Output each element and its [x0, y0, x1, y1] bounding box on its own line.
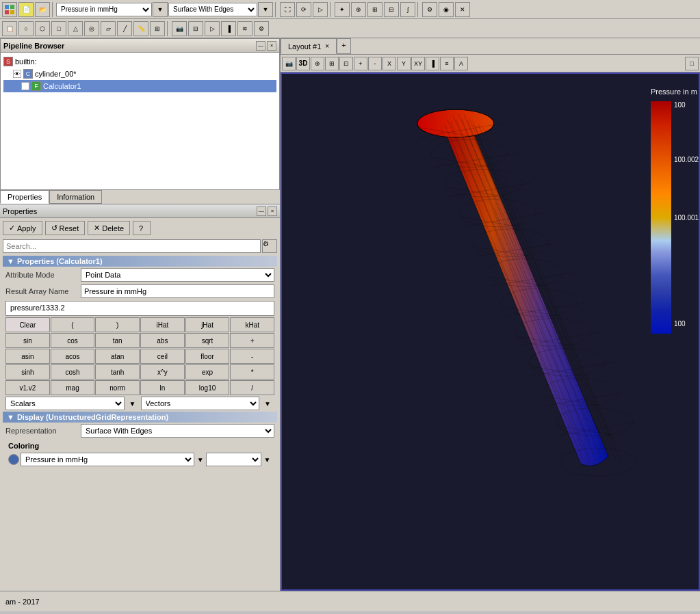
line-btn[interactable]: ╱ — [117, 21, 132, 36]
calc-v1v2[interactable]: v1.v2 — [5, 380, 50, 395]
formula-box[interactable]: pressure/1333.2 — [5, 301, 274, 316]
cylinder-btn[interactable]: ⬡ — [35, 21, 50, 36]
layout-tab-1[interactable]: Layout #1 × — [281, 38, 337, 54]
zoom-in-btn[interactable]: + — [354, 57, 367, 70]
query-btn[interactable]: ⊟ — [384, 2, 399, 17]
calc-minus[interactable]: - — [230, 349, 274, 364]
annotation-btn[interactable]: A — [454, 57, 468, 70]
apply-button[interactable]: ✓ Apply — [3, 221, 42, 235]
colorbar-btn[interactable]: ▐ — [221, 21, 236, 36]
calc-cosh[interactable]: cosh — [51, 364, 95, 379]
calc-close-paren[interactable]: ) — [95, 317, 140, 332]
viewport[interactable]: Pressure in m 100 100.002 100.001 100 — [281, 72, 700, 591]
x-axis-btn[interactable]: X — [383, 57, 396, 70]
help-button[interactable]: ? — [133, 221, 151, 235]
calc-plus[interactable]: + — [230, 333, 274, 348]
calc-ln[interactable]: ln — [140, 380, 185, 395]
overlay-btn[interactable]: ≡ — [440, 57, 454, 70]
coloring-select[interactable]: Pressure in mmHg — [21, 453, 194, 466]
calculator-section-title[interactable]: ▼ Properties (Calculator1) — [3, 256, 277, 267]
macro-btn[interactable]: ⚙ — [254, 21, 269, 36]
layout-tab-add[interactable]: + — [337, 38, 350, 54]
filter-select[interactable]: Pressure in mmHg — [56, 3, 152, 16]
calc-sinh[interactable]: sinh — [5, 364, 50, 379]
calc-abs[interactable]: abs — [140, 333, 185, 348]
panel-close[interactable]: × — [267, 41, 276, 51]
representation-select-inner[interactable]: Surface With Edges — [81, 424, 274, 438]
calc-cos[interactable]: cos — [51, 333, 95, 348]
calc-norm[interactable]: norm — [95, 380, 140, 395]
calc-ceil[interactable]: ceil — [140, 349, 185, 364]
pipeline-btn[interactable]: 📋 — [2, 21, 17, 36]
new-btn[interactable]: 📄 — [18, 2, 34, 17]
camera-btn[interactable]: 📷 — [172, 21, 187, 36]
fullscreen-btn[interactable]: ⛶ — [280, 2, 295, 17]
reset-cam-btn[interactable]: ⟳ — [296, 2, 311, 17]
pick-btn[interactable]: ⊞ — [367, 2, 383, 17]
maximize-view-btn[interactable]: □ — [685, 57, 699, 70]
props-minimize[interactable]: — — [257, 206, 266, 216]
tab-information[interactable]: Information — [49, 190, 102, 204]
attribute-mode-select[interactable]: Point Data — [81, 268, 274, 282]
3d-btn[interactable]: 3D — [296, 57, 310, 70]
calc-sqrt[interactable]: sqrt — [185, 333, 230, 348]
eye-icon-calculator[interactable]: 👁 — [21, 82, 29, 90]
representation-select[interactable]: Surface With Edges — [168, 3, 257, 16]
zoom-out-btn[interactable]: - — [368, 57, 382, 70]
plane-btn[interactable]: ▱ — [101, 21, 116, 36]
select-btn[interactable]: ⊕ — [351, 2, 366, 17]
coloring-array-select[interactable] — [206, 453, 261, 466]
anim-btn[interactable]: ▷ — [205, 21, 220, 36]
calc-floor[interactable]: floor — [185, 349, 230, 364]
dropdown-arrow[interactable]: ▼ — [153, 2, 168, 17]
coloring-view-btn[interactable]: ▐ — [426, 57, 439, 70]
tab-properties[interactable]: Properties — [0, 190, 49, 204]
eye-icon-cylinder[interactable]: 👁 — [13, 70, 21, 78]
cone-btn[interactable]: △ — [68, 21, 83, 36]
props-close[interactable]: × — [268, 206, 277, 216]
calc-tanh[interactable]: tanh — [95, 364, 140, 379]
extract-btn[interactable]: ⊞ — [150, 21, 165, 36]
calc-atan[interactable]: atan — [95, 349, 140, 364]
calc-log10[interactable]: log10 — [185, 380, 230, 395]
calc-ihat[interactable]: iHat — [140, 317, 185, 332]
calc-open-paren[interactable]: ( — [51, 317, 95, 332]
fit-btn[interactable]: ⊡ — [339, 57, 353, 70]
scalars-select[interactable]: Scalars — [5, 397, 125, 410]
sphere-btn[interactable]: ○ — [18, 21, 34, 36]
reset-view-btn[interactable]: ⊞ — [325, 57, 339, 70]
torus-btn[interactable]: ◎ — [84, 21, 99, 36]
settings-btn[interactable]: ⚙ — [422, 2, 437, 17]
open-btn[interactable]: 📂 — [35, 2, 50, 17]
render-btn[interactable]: ◉ — [439, 2, 454, 17]
pipeline-item-builtin[interactable]: S builtin: — [3, 55, 276, 68]
calc-acos[interactable]: acos — [51, 349, 95, 364]
ruler-btn[interactable]: 📏 — [133, 21, 148, 36]
vectors-select[interactable]: Vectors — [141, 397, 260, 410]
calc-sin[interactable]: sin — [5, 333, 50, 348]
result-array-input[interactable] — [81, 284, 274, 298]
layout-tab-close[interactable]: × — [325, 42, 329, 50]
delete-button[interactable]: ✕ Delete — [88, 221, 130, 235]
point-btn[interactable]: ✦ — [335, 2, 350, 17]
search-settings-btn[interactable]: ⚙ — [262, 239, 277, 253]
calc-tan[interactable]: tan — [95, 333, 140, 348]
calc-mag[interactable]: mag — [51, 380, 95, 395]
pipeline-item-calculator[interactable]: 👁 F Calculator1 — [3, 80, 276, 92]
integr-btn[interactable]: ∫ — [400, 2, 415, 17]
reset-button[interactable]: ↺ Reset — [45, 221, 86, 235]
search-input[interactable] — [3, 239, 261, 253]
calc-asin[interactable]: asin — [5, 349, 50, 364]
panel-minimize[interactable]: — — [256, 41, 265, 51]
calc-clear[interactable]: Clear — [5, 317, 50, 332]
calc-khat[interactable]: kHat — [230, 317, 274, 332]
box-btn[interactable]: □ — [51, 21, 66, 36]
calc-exp[interactable]: exp — [185, 364, 230, 379]
calc-jhat[interactable]: jHat — [185, 317, 230, 332]
play-btn[interactable]: ▷ — [313, 2, 328, 17]
calc-xpowy[interactable]: x^y — [140, 364, 185, 379]
close-btn[interactable]: ✕ — [455, 2, 470, 17]
center-btn[interactable]: ⊕ — [311, 57, 324, 70]
xy-btn[interactable]: XY — [411, 57, 425, 70]
calc-divide[interactable]: / — [230, 380, 274, 395]
